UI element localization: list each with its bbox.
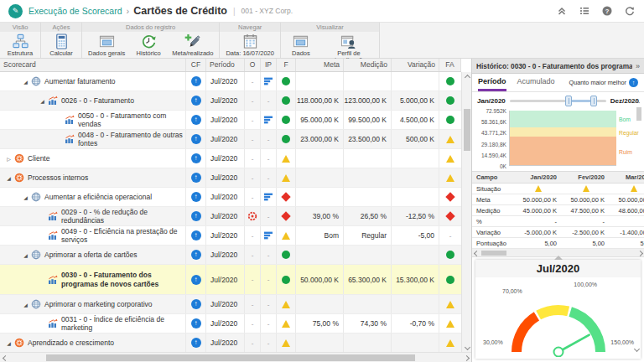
tree-expander-expanded-icon[interactable]: ◢ [21,79,30,85]
tree-expander-collapsed-icon[interactable]: ▷ [4,156,13,162]
col-header-scorecard[interactable]: Scorecard [0,59,186,71]
scroll-left-button[interactable] [0,353,10,362]
globe-icon [31,76,42,86]
col-header-variacao[interactable]: Variação [392,59,439,71]
tree-expander-expanded-icon[interactable]: ◢ [21,194,30,200]
toolbar-group-visao: Visão Estrutura ▼ [0,23,41,58]
meta-realizado-button[interactable]: Meta/realizado [172,34,213,57]
table-row[interactable]: 0049 - 0 - Eficiência na prestação de se… [0,226,461,246]
table-row[interactable]: 0050 - 0 - Faturamento com vendas↑Jul/20… [0,111,461,130]
calcular-button[interactable]: Calcular [47,34,75,57]
panel-scroll-down-button[interactable] [631,344,641,354]
panel-scroll-up-button[interactable] [631,97,641,107]
tab-periodo[interactable]: Período [478,74,506,91]
mini-col-month: Mar/2020 [610,172,644,183]
list-view-button[interactable] [579,5,590,17]
history-tabs: Período Acumulado Quanto maior melhor ↑ [472,74,644,92]
table-row[interactable]: 0030 - 0 - Faturamento dos programas de … [0,265,461,295]
ip-cell [261,111,277,129]
medicao-cell: 65.300,00 K [344,265,392,294]
metric-chart-icon [65,115,75,125]
gauge-chart: 30,00% 70,00% 100,00% 150,00% [475,277,641,359]
scorecard-tree-cell: ◢Processos internos [0,168,186,187]
table-row[interactable]: ◢Aumentar faturamento↑Jul/2020- [0,72,461,91]
scroll-right-button[interactable] [636,249,644,257]
table-vertical-scrollbar[interactable] [461,72,471,352]
range-slider-handle-start[interactable] [565,96,572,106]
horizontal-scroll-thumb[interactable] [481,251,506,256]
historico-button[interactable]: Histórico [134,34,163,57]
perspective-icon [14,153,25,163]
tree-expander-expanded-icon[interactable]: ◢ [4,175,13,181]
fa-red-status-icon [445,211,454,220]
col-header-medicao[interactable]: Medição [344,59,392,71]
table-row[interactable]: ◢Aprendizado e crescimento↑Jul/2020-- [0,334,461,352]
dados-gerais-button[interactable]: Dados gerais [88,34,125,57]
variacao-cell: 500,00 K [392,130,439,148]
globe-icon [31,299,41,309]
tree-expander-expanded-icon[interactable]: ◢ [38,98,47,104]
range-slider-handle-end[interactable] [590,96,597,106]
vertical-scroll-thumb[interactable] [464,109,470,151]
table-horizontal-scrollbar[interactable] [0,352,471,362]
org-chart-icon [13,34,29,49]
tree-expander-expanded-icon[interactable]: ◢ [4,340,13,346]
scorecard-tree-cell: ◢Aprimorar a oferta de cartões [0,246,186,264]
periodo-cell: Jul/2020 [206,91,245,110]
table-row[interactable]: ◢Aumentar a eficiência operacional↑Jul/2… [0,188,461,207]
table-row[interactable]: 0029 - 0 - % de redução de redundâncias↑… [0,207,461,226]
f-yellow-status-icon [282,339,290,347]
table-row[interactable]: 0031 - 0 - Índice de eficiência de marke… [0,314,461,334]
medicao-cell: 123.000,00 K [344,91,392,110]
col-header-fa[interactable]: FA [439,59,461,71]
col-header-meta[interactable]: Meta [296,59,344,71]
scorecard-tree-cell: 0049 - 0 - Eficiência na prestação de se… [0,226,186,245]
mini-row-value: 5,00 [610,238,644,248]
col-header-periodo[interactable]: Período [206,59,245,71]
dados-button[interactable]: Dados [287,34,315,57]
metric-icon [48,275,59,285]
table-row[interactable]: ▷Cliente↑Jul/2020-- [0,149,461,168]
o-cell: - [245,226,261,245]
table-row[interactable]: ◢Processos internos↑Jul/2020-- [0,168,461,188]
table-row[interactable]: ◢Aprimorar a oferta de cartões↑Jul/2020-… [0,246,461,265]
variacao-cell [392,246,439,264]
collapse-toolbar-button[interactable] [556,5,568,17]
scroll-right-button[interactable] [461,353,471,362]
scroll-left-button[interactable] [472,249,480,257]
tab-acumulado[interactable]: Acumulado [517,74,555,91]
panel-expand-button[interactable]: » [636,62,640,70]
col-header-ip[interactable]: IP [261,59,277,71]
window-icon [99,34,115,49]
meta-cell [296,72,344,90]
panel-scroll-thumb[interactable] [636,107,641,121]
calculator-icon [54,34,70,49]
col-header-o[interactable]: O [245,59,261,71]
row-label: Aprendizado e crescimento [28,339,114,347]
refresh-button[interactable] [624,5,636,17]
mini-row-value: 48.600,00 K [610,205,644,215]
svg-text:?: ? [605,8,610,15]
variacao-cell: -12,50 % [392,207,439,225]
ip-cell: - [261,130,277,148]
table-row[interactable]: ◢Aprimorar o marketing corporativo↑Jul/2… [0,295,461,314]
ip-cell [261,72,277,90]
fa-cell [439,314,461,333]
range-slider-track[interactable] [510,100,606,102]
col-header-cf[interactable]: CF [186,59,206,71]
table-row[interactable]: 0048 - 0 - Faturamento de outras fontes↑… [0,130,461,149]
col-header-f[interactable]: F [277,59,296,71]
mini-row-value: 50.000,00 K [562,194,610,204]
data-selector-button[interactable]: Data: 16/07/2020 ▼ [226,34,274,61]
table-row[interactable]: ◢0026 - 0 - Faturamento↑Jul/2020--118.00… [0,91,461,111]
breadcrumb-root[interactable]: Execução de Scorecard [29,6,122,16]
meta-cell: 118.000,00 K [296,91,344,110]
help-button[interactable]: ? [601,5,613,17]
metric-chart-icon [48,275,58,285]
estrutura-button[interactable]: Estrutura ▼ [6,34,34,61]
tree-expander-expanded-icon[interactable]: ◢ [21,252,30,258]
app-header: ✎ Execução de Scorecard › Cartões de Cré… [0,0,644,23]
horizontal-scroll-thumb[interactable] [46,354,415,361]
o-cell: - [245,91,261,110]
tree-expander-expanded-icon[interactable]: ◢ [21,302,30,308]
